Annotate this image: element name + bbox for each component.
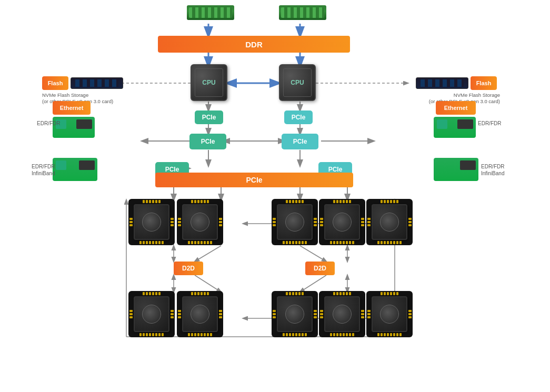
flash-right-label: Flash [476, 80, 492, 86]
ethernet-right-label: Ethernet [444, 105, 468, 111]
gpu-1 [177, 199, 223, 245]
pcie-big-bar: PCIe [155, 173, 353, 187]
d2d-left-label: D2D [182, 265, 195, 272]
pcie-top-right-label: PCIe [292, 114, 306, 121]
gpu-8 [319, 291, 365, 337]
pcie-right-col-label: PCIe [328, 166, 343, 173]
cpu-right-label: CPU [291, 79, 304, 86]
memory-module-right [279, 5, 326, 20]
architecture-diagram: DDR CPU CPU Flash NVMe Flash Storage(or … [0, 0, 550, 392]
pcie-big-bar-label: PCIe [246, 176, 262, 184]
pcie-mid-right: PCIe [282, 134, 318, 149]
gpu-4 [366, 199, 413, 245]
flash-left-label: Flash [48, 80, 63, 86]
ddr-bar: DDR [158, 36, 350, 53]
pcie-top-left-label: PCIe [202, 114, 216, 121]
gpu-5 [128, 291, 175, 337]
pcie-top-left: PCIe [195, 110, 223, 124]
pcie-top-right: PCIe [284, 110, 313, 124]
pcie-mid-right-label: PCIe [293, 138, 307, 145]
ethernet-left-label: Ethernet [60, 105, 84, 111]
cpu-right: CPU [279, 64, 316, 101]
d2d-left: D2D [174, 262, 203, 275]
gpu-2 [272, 199, 318, 245]
memory-module-left [187, 5, 234, 20]
d2d-right: D2D [305, 262, 335, 275]
gpu-0 [128, 199, 175, 245]
svg-line-29 [300, 246, 326, 262]
pcie-left-col-label: PCIe [165, 166, 179, 173]
ddr-label: DDR [245, 40, 263, 49]
d2d-right-label: D2D [314, 265, 326, 272]
cpu-left-label: CPU [202, 79, 215, 86]
pcie-mid-left: PCIe [189, 134, 226, 149]
svg-line-28 [195, 246, 221, 262]
pcie-mid-left-label: PCIe [201, 138, 215, 145]
gpu-7 [272, 291, 318, 337]
gpu-6 [177, 291, 223, 337]
gpu-9 [366, 291, 413, 337]
svg-line-32 [195, 275, 221, 292]
cpu-left: CPU [191, 64, 227, 101]
svg-line-33 [300, 275, 326, 292]
gpu-3 [319, 199, 365, 245]
